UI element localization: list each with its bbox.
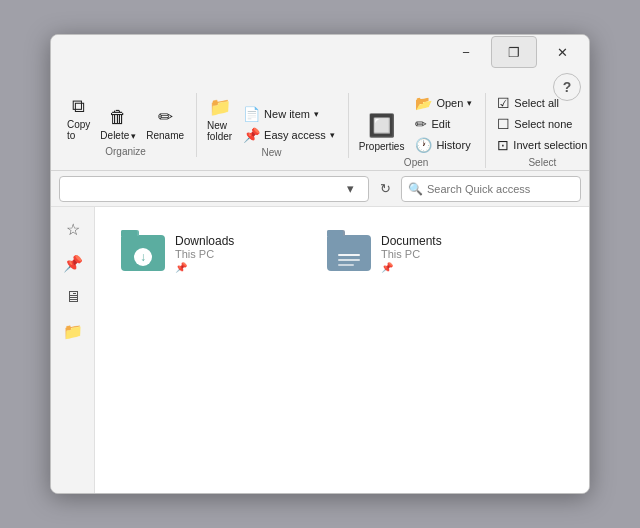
open-label: Open — [436, 97, 463, 109]
close-button[interactable]: ✕ — [539, 36, 585, 68]
easy-access-icon: 📌 — [243, 127, 260, 143]
refresh-button[interactable]: ↻ — [373, 177, 397, 201]
new-item-label: New item — [264, 108, 310, 120]
ribbon-top-row: ∧ ? — [51, 69, 589, 89]
address-path[interactable]: ▾ — [59, 176, 369, 202]
nav-pin-icon[interactable]: 📌 — [57, 249, 89, 277]
rename-button[interactable]: ✏ Rename — [142, 103, 188, 144]
open-button[interactable]: 📂 Open ▾ — [410, 93, 477, 113]
content-row: ☆ 📌 🖥 📁 ↓ Downloads This PC 📌 — [51, 207, 589, 493]
left-nav: ☆ 📌 🖥 📁 — [51, 207, 95, 493]
select-items: ☑ Select all ☐ Select none ⊡ Invert sele… — [492, 93, 590, 155]
folder-item-documents[interactable]: Documents This PC 📌 — [317, 227, 507, 279]
documents-folder-subtitle: This PC — [381, 248, 499, 260]
select-none-label: Select none — [514, 118, 572, 130]
search-box[interactable]: 🔍 — [401, 176, 581, 202]
select-all-icon: ☑ — [497, 95, 510, 111]
select-none-icon: ☐ — [497, 116, 510, 132]
history-button[interactable]: 🕐 History — [410, 135, 477, 155]
ribbon-row: ⧉ Copyto 🗑 Delete ▾ ✏ Rename Organize — [51, 89, 589, 170]
invert-selection-label: Invert selection — [513, 139, 587, 151]
new-folder-button[interactable]: 📁 Newfolder — [203, 93, 236, 145]
open-items: 🔲 Properties 📂 Open ▾ ✏ Edit — [355, 93, 478, 155]
documents-folder-info: Documents This PC 📌 — [381, 234, 499, 273]
copy-label: Copyto — [67, 119, 90, 141]
downloads-folder-info: Downloads This PC 📌 — [175, 234, 293, 273]
minimize-button[interactable]: − — [443, 36, 489, 68]
ribbon: ⧉ Copyto 🗑 Delete ▾ ✏ Rename Organize — [51, 89, 589, 171]
organize-group-label: Organize — [63, 146, 188, 157]
downloads-folder-name: Downloads — [175, 234, 293, 248]
ribbon-group-select: ☑ Select all ☐ Select none ⊡ Invert sele… — [488, 93, 590, 168]
open-icon: 📂 — [415, 95, 432, 111]
title-bar: − ❐ ✕ — [51, 35, 589, 69]
select-group-label: Select — [492, 157, 590, 168]
properties-label: Properties — [359, 141, 405, 152]
nav-pc-icon[interactable]: 🖥 — [57, 283, 89, 311]
new-folder-label: Newfolder — [207, 120, 232, 142]
select-all-label: Select all — [514, 97, 559, 109]
edit-icon: ✏ — [415, 116, 427, 132]
search-icon: 🔍 — [408, 182, 423, 196]
nav-star-icon[interactable]: ☆ — [57, 215, 89, 243]
ribbon-group-open: 🔲 Properties 📂 Open ▾ ✏ Edit — [351, 93, 487, 168]
edit-label: Edit — [431, 118, 450, 130]
new-item-button[interactable]: 📄 New item ▾ — [238, 104, 340, 124]
delete-icon: 🗑 — [109, 107, 127, 128]
easy-access-button[interactable]: 📌 Easy access ▾ — [238, 125, 340, 145]
delete-button[interactable]: 🗑 Delete ▾ — [96, 104, 140, 144]
downloads-folder-subtitle: This PC — [175, 248, 293, 260]
new-folder-icon: 📁 — [209, 96, 231, 118]
documents-folder-icon — [325, 233, 373, 273]
rename-label: Rename — [146, 130, 184, 141]
content-area: ↓ Downloads This PC 📌 — [95, 207, 589, 493]
file-explorer-window: − ❐ ✕ ∧ ? ⧉ Copyto 🗑 Delete ▾ — [50, 34, 590, 494]
history-label: History — [436, 139, 470, 151]
documents-folder-name: Documents — [381, 234, 499, 248]
easy-access-label: Easy access — [264, 129, 326, 141]
rename-icon: ✏ — [158, 106, 173, 128]
title-bar-controls: − ❐ ✕ — [443, 36, 585, 68]
history-icon: 🕐 — [415, 137, 432, 153]
address-dropdown-button[interactable]: ▾ — [338, 177, 362, 201]
help-button[interactable]: ? — [553, 73, 581, 101]
documents-pin-icon: 📌 — [381, 262, 499, 273]
nav-folder-icon[interactable]: 📁 — [57, 317, 89, 345]
new-item-icon: 📄 — [243, 106, 260, 122]
open-col: 📂 Open ▾ ✏ Edit 🕐 History — [410, 93, 477, 155]
invert-selection-button[interactable]: ⊡ Invert selection — [492, 135, 590, 155]
ribbon-group-organize: ⧉ Copyto 🗑 Delete ▾ ✏ Rename Organize — [59, 93, 197, 157]
new-group-label: New — [203, 147, 340, 158]
properties-button[interactable]: 🔲 Properties — [355, 110, 409, 155]
new-col: 📄 New item ▾ 📌 Easy access ▾ — [238, 104, 340, 145]
search-input[interactable] — [427, 183, 574, 195]
copy-to-button[interactable]: ⧉ Copyto — [63, 93, 94, 144]
select-none-button[interactable]: ☐ Select none — [492, 114, 590, 134]
open-group-label: Open — [355, 157, 478, 168]
folder-item-downloads[interactable]: ↓ Downloads This PC 📌 — [111, 227, 301, 279]
organize-items: ⧉ Copyto 🗑 Delete ▾ ✏ Rename — [63, 93, 188, 144]
properties-icon: 🔲 — [368, 113, 395, 139]
new-items: 📁 Newfolder 📄 New item ▾ 📌 Easy access ▾ — [203, 93, 340, 145]
downloads-pin-icon: 📌 — [175, 262, 293, 273]
downloads-folder-icon: ↓ — [119, 233, 167, 273]
restore-button[interactable]: ❐ — [491, 36, 537, 68]
copy-icon: ⧉ — [72, 96, 85, 117]
address-bar: ▾ ↻ 🔍 — [51, 171, 589, 207]
delete-label: Delete ▾ — [100, 130, 136, 141]
edit-button[interactable]: ✏ Edit — [410, 114, 477, 134]
invert-selection-icon: ⊡ — [497, 137, 509, 153]
ribbon-group-new: 📁 Newfolder 📄 New item ▾ 📌 Easy access ▾ — [199, 93, 349, 158]
